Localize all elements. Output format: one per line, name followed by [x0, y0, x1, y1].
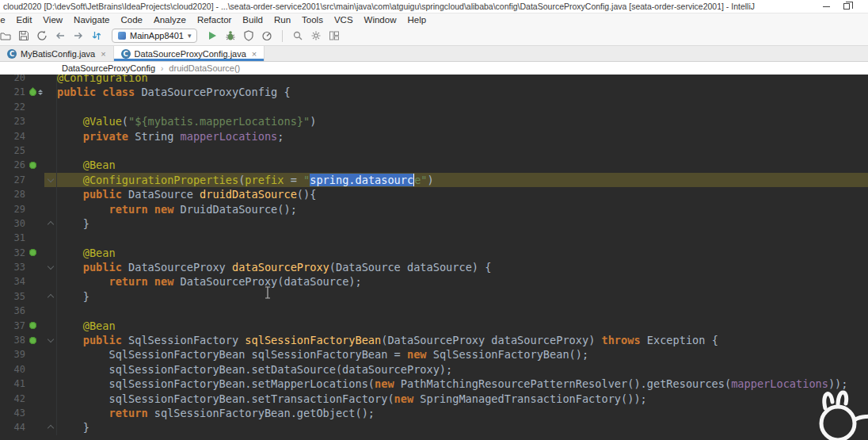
tab-mybatisconfig[interactable]: C MyBatisConfig.java ×	[0, 46, 114, 61]
menu-refactor[interactable]: Refactor	[192, 15, 237, 25]
code-line[interactable]: 44 }	[0, 420, 868, 434]
close-tab-icon[interactable]: ×	[101, 49, 105, 59]
code-line[interactable]: 28 public DataSource druidDataSource(){	[0, 187, 868, 201]
tab-datasourceproxyconfig[interactable]: C DataSourceProxyConfig.java ×	[114, 46, 265, 61]
code-text[interactable]: @Bean	[57, 319, 868, 333]
code-line[interactable]: 23 @Value("${mybatis.mapperLocations}")	[0, 114, 868, 128]
code-text[interactable]: public DataSource druidDataSource(){	[57, 187, 868, 201]
menu-file[interactable]: File	[0, 15, 11, 25]
close-tab-icon[interactable]: ×	[252, 49, 257, 59]
code-text[interactable]: }	[57, 289, 868, 304]
menu-help[interactable]: Help	[402, 15, 432, 25]
menu-tools[interactable]: Tools	[296, 15, 329, 25]
code-text[interactable]: sqlSessionFactoryBean.setTransactionFact…	[57, 392, 868, 406]
bean-icon[interactable]	[29, 337, 36, 344]
restore-button[interactable]	[836, 0, 857, 13]
code-text[interactable]: @Configuration	[57, 75, 868, 85]
code-text[interactable]: }	[57, 216, 868, 231]
fold-marker-icon[interactable]	[48, 175, 54, 182]
code-line[interactable]: 33 public DataSourceProxy dataSourceProx…	[0, 260, 868, 274]
profiler-icon[interactable]	[259, 28, 275, 44]
code-text[interactable]: @Value("${mybatis.mapperLocations}")	[57, 114, 868, 128]
run-config-select[interactable]: MainApp8401 ▾	[112, 29, 197, 43]
code-text[interactable]: return new DruidDataSource();	[57, 202, 868, 216]
code-line[interactable]: 26 @Bean	[0, 158, 868, 172]
open-icon[interactable]	[0, 28, 13, 44]
code-text[interactable]	[57, 100, 868, 114]
spring-class-icon[interactable]	[28, 87, 38, 98]
menu-analyze[interactable]: Analyze	[148, 15, 192, 25]
code-line[interactable]: 40 sqlSessionFactoryBean.setDataSource(d…	[0, 362, 868, 377]
code-text[interactable]: public class DataSourceProxyConfig {	[57, 85, 868, 99]
close-button[interactable]	[857, 0, 868, 13]
forward-icon[interactable]	[70, 28, 86, 44]
code-line[interactable]: 39 SqlSessionFactoryBean sqlSessionFacto…	[0, 347, 868, 362]
code-text[interactable]: return sqlSessionFactoryBean.getObject()…	[57, 406, 868, 420]
code-line[interactable]: 25	[0, 143, 868, 158]
update-project-icon[interactable]	[89, 28, 105, 44]
breadcrumb-class[interactable]: DataSourceProxyConfig	[62, 63, 155, 73]
related-icon[interactable]	[38, 87, 43, 98]
menu-run[interactable]: Run	[268, 15, 296, 25]
fold-marker-icon[interactable]	[48, 336, 54, 342]
search-icon[interactable]	[290, 28, 306, 44]
code-line[interactable]: 36	[0, 304, 868, 318]
code-line[interactable]: 42 sqlSessionFactoryBean.setTransactionF…	[0, 392, 868, 406]
fold-column	[44, 187, 57, 201]
code-line[interactable]: 29 return new DruidDataSource();	[0, 202, 868, 216]
code-line[interactable]: 38 public SqlSessionFactory sqlSessionFa…	[0, 333, 868, 347]
menu-window[interactable]: Window	[359, 15, 402, 25]
back-icon[interactable]	[52, 28, 68, 44]
code-line[interactable]: 43 return sqlSessionFactoryBean.getObjec…	[0, 406, 868, 420]
code-line[interactable]: 31	[0, 231, 868, 245]
breadcrumb-method[interactable]: druidDataSource()	[169, 63, 240, 73]
menu-vcs[interactable]: VCS	[329, 15, 359, 25]
code-line[interactable]: 37 @Bean	[0, 319, 868, 333]
code-editor[interactable]: 20@Configuration21public class DataSourc…	[0, 75, 868, 440]
code-text[interactable]: public DataSourceProxy dataSourceProxy(D…	[57, 260, 868, 274]
code-text[interactable]	[57, 304, 868, 318]
bean-icon[interactable]	[29, 249, 36, 256]
bean-icon[interactable]	[29, 162, 36, 169]
code-line[interactable]: 35 }	[0, 289, 868, 304]
save-icon[interactable]	[16, 28, 32, 44]
code-text[interactable]: return new DataSourceProxy(dataSource);	[57, 274, 868, 289]
code-text[interactable]: @Bean	[57, 246, 868, 260]
code-text[interactable]	[57, 143, 868, 158]
code-text[interactable]: sqlSessionFactoryBean.setDataSource(data…	[57, 362, 868, 377]
settings-icon[interactable]	[308, 28, 324, 44]
menu-edit[interactable]: Edit	[11, 15, 38, 25]
menu-build[interactable]: Build	[237, 15, 268, 25]
code-line[interactable]: 20@Configuration	[0, 75, 868, 85]
fold-marker-icon[interactable]	[48, 263, 54, 270]
fold-marker-icon[interactable]	[48, 294, 54, 300]
code-text[interactable]	[57, 231, 868, 245]
sync-icon[interactable]	[34, 28, 50, 44]
fold-marker-icon[interactable]	[48, 425, 54, 431]
bean-icon[interactable]	[29, 322, 36, 329]
code-line[interactable]: 21public class DataSourceProxyConfig {	[0, 85, 868, 99]
code-line[interactable]: 24 private String mapperLocations;	[0, 129, 868, 143]
code-line[interactable]: 30 }	[0, 216, 868, 231]
code-text[interactable]: SqlSessionFactoryBean sqlSessionFactoryB…	[57, 347, 868, 362]
code-text[interactable]: sqlSessionFactoryBean.setMapperLocations…	[57, 377, 868, 391]
code-text[interactable]: @ConfigurationProperties(prefix = "sprin…	[57, 173, 868, 187]
run-icon[interactable]	[204, 28, 220, 44]
code-text[interactable]: private String mapperLocations;	[57, 129, 868, 143]
coverage-icon[interactable]	[241, 28, 257, 44]
menu-navigate[interactable]: Navigate	[68, 15, 115, 25]
menu-code[interactable]: Code	[115, 15, 148, 25]
debug-icon[interactable]	[223, 28, 238, 44]
code-line[interactable]: 27 @ConfigurationProperties(prefix = "sp…	[0, 173, 868, 187]
code-line[interactable]: 34 return new DataSourceProxy(dataSource…	[0, 274, 868, 289]
code-line[interactable]: 41 sqlSessionFactoryBean.setMapperLocati…	[0, 377, 868, 391]
code-text[interactable]: @Bean	[57, 158, 868, 172]
code-text[interactable]: }	[57, 420, 868, 434]
code-line[interactable]: 32 @Bean	[0, 246, 868, 260]
minimize-button[interactable]	[816, 0, 836, 13]
menu-view[interactable]: View	[37, 15, 68, 25]
layout-icon[interactable]	[326, 28, 342, 44]
code-text[interactable]: public SqlSessionFactory sqlSessionFacto…	[57, 333, 868, 347]
code-line[interactable]: 22	[0, 100, 868, 114]
fold-marker-icon[interactable]	[48, 221, 54, 228]
